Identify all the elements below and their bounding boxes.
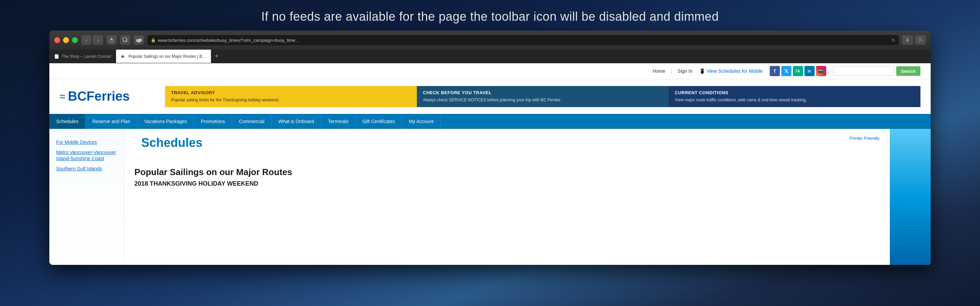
nav-buttons: ‹ › (81, 35, 103, 45)
advisory-travel-text: Popular sailing times for the Thanksgivi… (171, 97, 411, 103)
nav-schedules[interactable]: Schedules (49, 114, 86, 129)
sidebar: For Mobile Devices Metro Vancouver-Vanco… (49, 129, 124, 265)
forward-button[interactable]: › (93, 35, 103, 45)
mobile-schedules-link[interactable]: 📱 View Schedules for Mobile (699, 68, 763, 74)
advisory-conditions-text: View major route traffic conditions, web… (675, 97, 914, 103)
main-content-area: Schedules Printer Friendly Popular Saili… (124, 129, 890, 265)
minimize-button[interactable] (63, 37, 69, 43)
main-nav: Schedules Reserve and Plan Vacations Pac… (49, 114, 931, 129)
tab-title-2: Popular Sailings on our Major Routes | B… (128, 54, 206, 59)
home-link[interactable]: Home (653, 68, 665, 74)
browser-window: ‹ › 🔒 www.bcferrie (49, 30, 931, 265)
browser-chrome: ‹ › 🔒 www.bcferrie (49, 30, 931, 50)
topbar-links: Home | Sign In (653, 68, 692, 74)
advisory-travel-title: TRAVEL ADVISORY (171, 90, 411, 95)
svg-point-7 (136, 39, 139, 42)
nav-commercial[interactable]: Commercial (232, 114, 272, 129)
advisory-boxes: TRAVEL ADVISORY Popular sailing times fo… (165, 86, 920, 107)
share-button[interactable] (107, 35, 117, 45)
download-button[interactable]: ⬇ (902, 35, 913, 45)
signin-link[interactable]: Sign In (678, 68, 692, 74)
advisory-conditions[interactable]: CURRENT CONDITIONS View major route traf… (669, 86, 920, 107)
search-box: Search (833, 66, 920, 76)
nav-onboard[interactable]: What is Onboard (272, 114, 321, 129)
nav-reserve-plan[interactable]: Reserve and Plan (86, 114, 137, 129)
page-title: Schedules (131, 136, 213, 150)
top-message: If no feeds are available for the page t… (0, 0, 980, 30)
nav-gift[interactable]: Gift Certificates (356, 114, 402, 129)
back-button[interactable]: ‹ (81, 35, 92, 45)
tripadvisor-icon[interactable]: TA (793, 66, 803, 76)
logo-area: ≈ BCFerries (60, 89, 155, 104)
main-area: Popular Sailings on our Major Routes 201… (124, 157, 890, 198)
tab-bar: 📄 The Shop – Lauren Conrad ⛴ Popular Sai… (49, 50, 931, 63)
address-bar[interactable]: 🔒 www.bcferries.com/schedules/busy_times… (147, 35, 899, 45)
rss-button[interactable] (915, 35, 926, 45)
maximize-button[interactable] (72, 37, 78, 43)
cloud-button[interactable] (134, 35, 144, 45)
tab-bcferries[interactable]: ⛴ Popular Sailings on our Major Routes |… (116, 50, 211, 63)
instagram-icon[interactable]: 📷 (816, 66, 826, 76)
sidebar-link-gulf[interactable]: Southern Gulf Islands (56, 166, 117, 172)
advisory-conditions-title: CURRENT CONDITIONS (675, 90, 914, 95)
traffic-lights (54, 37, 78, 43)
nav-promotions[interactable]: Promotions (194, 114, 232, 129)
page-title-area: Schedules Printer Friendly (124, 129, 890, 157)
close-button[interactable] (54, 37, 60, 43)
twitter-icon[interactable]: 𝕏 (781, 66, 791, 76)
advisory-travel[interactable]: TRAVEL ADVISORY Popular sailing times fo… (165, 86, 417, 107)
page-content: For Mobile Devices Metro Vancouver-Vanco… (49, 129, 931, 265)
url-text: www.bcferries.com/schedules/busy_times/?… (158, 38, 889, 43)
sidebar-link-mobile[interactable]: For Mobile Devices (56, 139, 117, 145)
mobile-icon: 📱 (699, 68, 705, 74)
facebook-icon[interactable]: f (770, 66, 780, 76)
site-header: ≈ BCFerries TRAVEL ADVISORY Popular sail… (49, 79, 931, 114)
logo-waves: ≈ (60, 91, 65, 102)
advisory-check[interactable]: CHECK BEFORE YOU TRAVEL Always check SER… (417, 86, 669, 107)
svg-point-8 (138, 38, 142, 42)
tab-title-1: The Shop – Lauren Conrad (62, 54, 111, 59)
duplicate-button[interactable] (120, 35, 130, 45)
sidebar-link-metro[interactable]: Metro Vancouver-Vancouver Island-Sunshin… (56, 149, 117, 162)
browser-action-buttons: ⬇ (902, 35, 926, 45)
advisory-check-text: Always check SERVICE NOTICES before plan… (423, 97, 662, 103)
tab-favicon-1: 📄 (54, 54, 59, 59)
website-content: Home | Sign In 📱 View Schedules for Mobi… (49, 63, 931, 265)
logo-name: BCFerries (68, 89, 130, 104)
social-icons: f 𝕏 TA in 📷 (770, 66, 826, 76)
nav-terminals[interactable]: Terminals (321, 114, 356, 129)
svg-rect-2 (110, 40, 113, 42)
linkedin-icon[interactable]: in (804, 66, 815, 76)
site-topbar: Home | Sign In 📱 View Schedules for Mobi… (49, 63, 931, 79)
content-heading: Popular Sailings on our Major Routes (134, 167, 880, 178)
tab-favicon-2: ⛴ (121, 54, 126, 59)
lock-icon: 🔒 (151, 38, 156, 43)
svg-marker-1 (111, 38, 113, 39)
svg-rect-4 (123, 38, 126, 41)
site-logo[interactable]: ≈ BCFerries (60, 89, 155, 104)
reload-button[interactable]: ↻ (891, 38, 895, 43)
search-button[interactable]: Search (896, 66, 920, 76)
nav-account[interactable]: My Account (402, 114, 441, 129)
printer-friendly-link[interactable]: Printer Friendly (850, 136, 890, 141)
content-subheading: 2018 THANKSGIVING HOLIDAY WEEKEND (134, 180, 880, 187)
mobile-link-text: View Schedules for Mobile (707, 68, 763, 74)
advisory-check-title: CHECK BEFORE YOU TRAVEL (423, 90, 662, 95)
search-input[interactable] (833, 66, 894, 76)
new-tab-button[interactable]: + (211, 50, 222, 63)
right-wave-sidebar (890, 129, 931, 265)
nav-vacations[interactable]: Vacations Packages (137, 114, 194, 129)
svg-point-9 (918, 41, 920, 42)
tab-lauren-conrad[interactable]: 📄 The Shop – Lauren Conrad (49, 50, 116, 63)
